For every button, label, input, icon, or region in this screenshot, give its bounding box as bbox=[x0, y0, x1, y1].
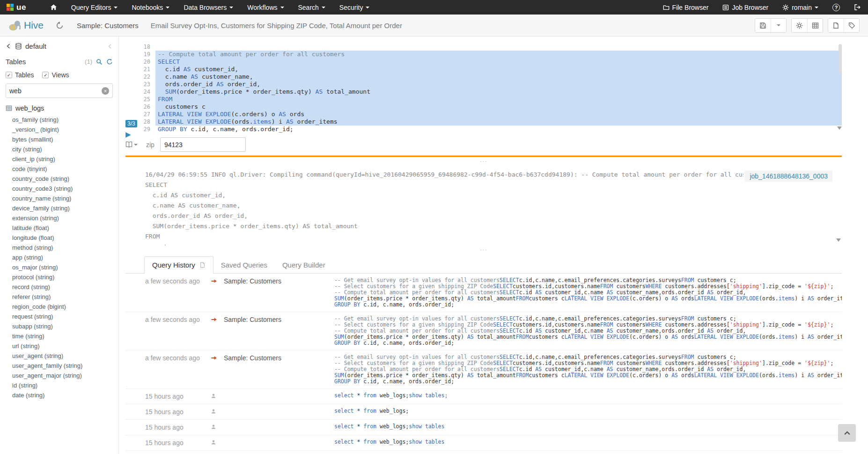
tab-saved-queries[interactable]: Saved Queries bbox=[213, 256, 275, 274]
column-item-app[interactable]: app (string) bbox=[6, 253, 113, 262]
table-item-web-logs[interactable]: web_logs bbox=[6, 104, 113, 112]
recent-queries-button[interactable] bbox=[56, 22, 64, 30]
history-row[interactable]: a few seconds agoSample: Customers-- Get… bbox=[125, 350, 842, 389]
hue-logo[interactable]: ue bbox=[0, 0, 33, 15]
code-line[interactable]: 25FROM bbox=[140, 96, 842, 103]
table-search-button[interactable] bbox=[96, 59, 103, 65]
tags-button[interactable] bbox=[844, 19, 859, 32]
column-item-latitude[interactable]: latitude (float) bbox=[6, 223, 113, 233]
log-line: 16/04/29 06:59:55 INFO ql.Driver: Compil… bbox=[145, 170, 743, 180]
column-item-country-name[interactable]: country_name (string) bbox=[6, 194, 113, 203]
column-item-time[interactable]: time (string) bbox=[6, 331, 113, 341]
history-row[interactable]: 15 hours agoselect * from web_logs;show … bbox=[125, 389, 842, 404]
column-item-id[interactable]: id (string) bbox=[6, 380, 113, 390]
save-dropdown-button[interactable] bbox=[771, 19, 786, 32]
collapse-assist-handle[interactable] bbox=[107, 44, 113, 49]
document-button[interactable] bbox=[828, 19, 844, 32]
history-row[interactable]: 15 hours agoselect * from web_logs;show … bbox=[125, 451, 842, 454]
code-line[interactable]: 28LATERAL VIEW EXPLODE(ords.items) i AS … bbox=[140, 118, 842, 126]
filter-views-checkbox[interactable]: ✓ Views bbox=[42, 71, 69, 79]
column-item-code[interactable]: code (tinyint) bbox=[6, 164, 113, 174]
column-item-date[interactable]: date (string) bbox=[6, 390, 113, 400]
menu-workflows[interactable]: Workflows bbox=[240, 0, 291, 15]
column-item-record[interactable]: record (string) bbox=[6, 282, 113, 292]
execute-button[interactable]: ▶ bbox=[125, 131, 131, 138]
column-item-method[interactable]: method (string) bbox=[6, 243, 113, 253]
settings-button[interactable] bbox=[792, 19, 807, 32]
code-line[interactable]: 22 c.name AS customer_name, bbox=[140, 73, 842, 81]
menu-search[interactable]: Search bbox=[291, 0, 332, 15]
column-item-protocol[interactable]: protocol (string) bbox=[6, 272, 113, 282]
resize-handle-top[interactable]: ··· bbox=[125, 158, 842, 165]
database-name[interactable]: default bbox=[25, 42, 46, 50]
code-text: c.name AS customer_name, bbox=[155, 73, 842, 81]
editor-scrollbar-thumb[interactable] bbox=[839, 44, 842, 73]
column-item-country-code3[interactable]: country_code3 (string) bbox=[6, 184, 113, 194]
column-item-longitude[interactable]: longitude (float) bbox=[6, 233, 113, 243]
column-item-device-family[interactable]: device_family (string) bbox=[6, 203, 113, 213]
help-button[interactable]: ? bbox=[825, 0, 847, 15]
column-item-client-ip[interactable]: client_ip (string) bbox=[6, 154, 113, 164]
history-row[interactable]: a few seconds agoSample: Customers-- Get… bbox=[125, 274, 842, 312]
menu-data-browsers[interactable]: Data Browsers bbox=[177, 0, 240, 15]
hive-app-link[interactable]: Hive bbox=[8, 19, 44, 31]
column-name: protocol bbox=[12, 274, 34, 281]
home-button[interactable] bbox=[43, 0, 64, 15]
resize-handle-bottom[interactable]: ··· bbox=[125, 247, 842, 253]
column-item-user-agent-family[interactable]: user_agent_family (string) bbox=[6, 361, 113, 371]
log-scroll-down-icon[interactable] bbox=[836, 238, 841, 242]
code-line[interactable]: 29GROUP BY c.id, c.name, ords.order_id; bbox=[140, 126, 842, 133]
sql-editor[interactable]: 1819-- Compute total amount per order fo… bbox=[140, 43, 842, 133]
history-row[interactable]: a few seconds agoSample: Customers-- Get… bbox=[125, 312, 842, 350]
menu-notebooks[interactable]: Notebooks bbox=[125, 0, 177, 15]
file-browser-link[interactable]: File Browser bbox=[656, 0, 716, 15]
column-item-url[interactable]: url (string) bbox=[6, 341, 113, 351]
refresh-tables-button[interactable] bbox=[106, 59, 113, 65]
column-item-referer[interactable]: referer (string) bbox=[6, 292, 113, 302]
code-line[interactable]: 19-- Compute total amount per order for … bbox=[140, 51, 842, 58]
column-name: time bbox=[12, 333, 24, 340]
code-line[interactable]: 24 SUM(order_items.price * order_items.q… bbox=[140, 88, 842, 96]
schedule-button[interactable] bbox=[807, 19, 823, 32]
menu-query-editors[interactable]: Query Editors bbox=[64, 0, 125, 15]
column-item-country-code[interactable]: country_code (string) bbox=[6, 174, 113, 184]
history-row[interactable]: 15 hours agoselect * from web_logs;show … bbox=[125, 435, 842, 451]
history-row[interactable]: 15 hours agoselect * from web_logs;show … bbox=[125, 420, 842, 435]
table-filter-input[interactable] bbox=[9, 87, 102, 95]
filter-tables-checkbox[interactable]: ✓ Tables bbox=[6, 71, 34, 79]
column-item-os-family[interactable]: os_family (string) bbox=[6, 115, 113, 125]
code-line[interactable]: 23 ords.order_id AS order_id, bbox=[140, 81, 842, 88]
tab-query-builder[interactable]: Query Builder bbox=[275, 256, 333, 274]
tab-query-history[interactable]: Query History bbox=[144, 256, 213, 274]
code-line[interactable]: 21 c.id AS customer_id, bbox=[140, 66, 842, 73]
scroll-to-top-button[interactable] bbox=[838, 424, 856, 442]
column-item-user-agent[interactable]: user_agent (string) bbox=[6, 351, 113, 361]
history-row[interactable]: 15 hours agoselect * from web_logs; bbox=[125, 404, 842, 420]
column-item-request[interactable]: request (string) bbox=[6, 312, 113, 321]
variables-toggle[interactable] bbox=[125, 141, 138, 148]
menu-security[interactable]: Security bbox=[332, 0, 377, 15]
code-line[interactable]: 18 bbox=[140, 43, 842, 51]
column-item-os-major[interactable]: os_major (string) bbox=[6, 262, 113, 272]
column-item-city[interactable]: city (string) bbox=[6, 144, 113, 154]
logout-button[interactable] bbox=[847, 0, 868, 15]
job-link[interactable]: job_1461888648136_0003 bbox=[745, 171, 832, 182]
column-name: device_family bbox=[12, 205, 49, 212]
search-icon bbox=[96, 59, 103, 65]
back-button[interactable] bbox=[6, 43, 12, 49]
column-item-user-agent-major[interactable]: user_agent_major (string) bbox=[6, 371, 113, 380]
editor-scroll-down-icon[interactable] bbox=[837, 127, 842, 130]
column-item-region-code[interactable]: region_code (bigint) bbox=[6, 302, 113, 312]
code-line[interactable]: 26 customers c bbox=[140, 103, 842, 111]
column-item--version-[interactable]: _version_ (bigint) bbox=[6, 125, 113, 134]
column-item-subapp[interactable]: subapp (string) bbox=[6, 321, 113, 331]
code-line[interactable]: 27LATERAL VIEW EXPLODE(c.orders) o AS or… bbox=[140, 111, 842, 118]
variable-zip-input[interactable] bbox=[160, 137, 246, 152]
user-menu[interactable]: romain bbox=[775, 0, 825, 15]
job-browser-link[interactable]: Job Browser bbox=[715, 0, 775, 15]
column-item-bytes[interactable]: bytes (smallint) bbox=[6, 134, 113, 144]
code-line[interactable]: 20SELECT bbox=[140, 58, 842, 66]
column-item-extension[interactable]: extension (string) bbox=[6, 213, 113, 223]
save-button[interactable] bbox=[755, 19, 771, 32]
clear-filter-button[interactable]: × bbox=[102, 87, 109, 95]
